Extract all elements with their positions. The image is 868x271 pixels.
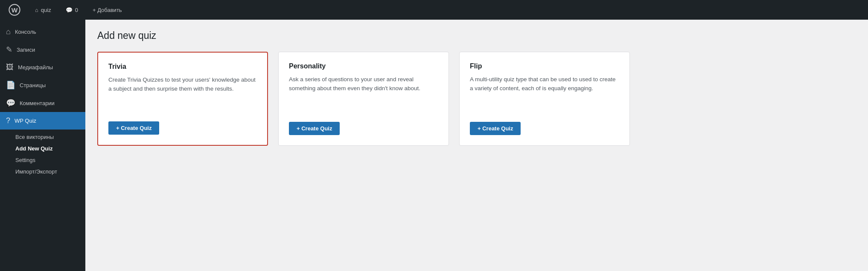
quiz-card-title-personality: Personality <box>289 62 438 70</box>
sidebar-subitem-settings[interactable]: Settings <box>0 154 85 166</box>
media-icon: 🖼 <box>6 63 14 72</box>
quiz-card-trivia: Trivia Create Trivia Quizzes to test you… <box>97 52 268 146</box>
sidebar-submenu: Все викторины Add New Quiz Settings Импо… <box>0 130 85 179</box>
sidebar: ⌂ Консоль ✎ Записи 🖼 Медиафайлы 📄 Страни… <box>0 20 85 271</box>
wpquiz-icon: ? <box>6 116 10 125</box>
svg-text:W: W <box>12 6 18 14</box>
sidebar-item-pages[interactable]: 📄 Страницы <box>0 76 85 94</box>
sidebar-item-label: Комментарии <box>20 100 55 106</box>
sidebar-item-label: WP Quiz <box>15 118 36 124</box>
sidebar-item-label: Медиафайлы <box>18 64 53 71</box>
create-quiz-button-flip[interactable]: + Create Quiz <box>470 122 521 135</box>
create-quiz-button-personality[interactable]: + Create Quiz <box>289 122 340 135</box>
main-content: Add new quiz Trivia Create Trivia Quizze… <box>85 20 868 271</box>
site-name-label: quiz <box>41 7 51 13</box>
comments-item[interactable]: 💬 0 <box>62 5 82 15</box>
comments-icon: 💬 <box>6 98 15 108</box>
quiz-card-desc-flip: A multi-utility quiz type that can be us… <box>470 75 619 113</box>
sidebar-item-posts[interactable]: ✎ Записи <box>0 41 85 59</box>
add-new-item[interactable]: + Добавить <box>89 5 125 15</box>
quiz-card-desc-personality: Ask a series of questions to your user a… <box>289 75 438 113</box>
quiz-card-desc-trivia: Create Trivia Quizzes to test your users… <box>108 76 257 113</box>
quiz-card-personality: Personality Ask a series of questions to… <box>278 52 449 146</box>
comments-count: 0 <box>75 7 78 13</box>
sidebar-item-label: Консоль <box>15 29 36 35</box>
main-layout: ⌂ Консоль ✎ Записи 🖼 Медиафайлы 📄 Страни… <box>0 20 868 271</box>
sidebar-item-media[interactable]: 🖼 Медиафайлы <box>0 59 85 76</box>
create-quiz-button-trivia[interactable]: + Create Quiz <box>108 121 159 135</box>
sidebar-subitem-import-export[interactable]: Импорт/Экспорт <box>0 166 85 177</box>
quiz-cards-container: Trivia Create Trivia Quizzes to test you… <box>97 52 856 146</box>
sidebar-item-wpquiz[interactable]: ? WP Quiz <box>0 112 85 130</box>
quiz-card-flip: Flip A multi-utility quiz type that can … <box>459 52 630 146</box>
console-icon: ⌂ <box>6 27 11 36</box>
sidebar-item-console[interactable]: ⌂ Консоль <box>0 23 85 41</box>
add-new-label: + Добавить <box>93 7 122 13</box>
quiz-card-title-trivia: Trivia <box>108 63 257 71</box>
sidebar-subitem-all-quizzes[interactable]: Все викторины <box>0 131 85 143</box>
site-name-item[interactable]: ⌂ quiz <box>32 5 55 15</box>
sidebar-subitem-add-new[interactable]: Add New Quiz <box>0 143 85 154</box>
sidebar-item-label: Страницы <box>20 82 46 88</box>
sidebar-item-label: Записи <box>17 47 35 53</box>
quiz-card-title-flip: Flip <box>470 62 619 70</box>
posts-icon: ✎ <box>6 45 12 54</box>
wp-logo-icon: W <box>9 4 20 16</box>
admin-bar: W ⌂ quiz 💬 0 + Добавить <box>0 0 868 20</box>
pages-icon: 📄 <box>6 80 15 90</box>
comment-icon: 💬 <box>66 7 73 13</box>
sidebar-item-comments[interactable]: 💬 Комментарии <box>0 94 85 112</box>
home-icon: ⌂ <box>35 7 38 13</box>
wp-logo-item[interactable]: W <box>5 2 24 18</box>
page-title: Add new quiz <box>97 30 856 41</box>
